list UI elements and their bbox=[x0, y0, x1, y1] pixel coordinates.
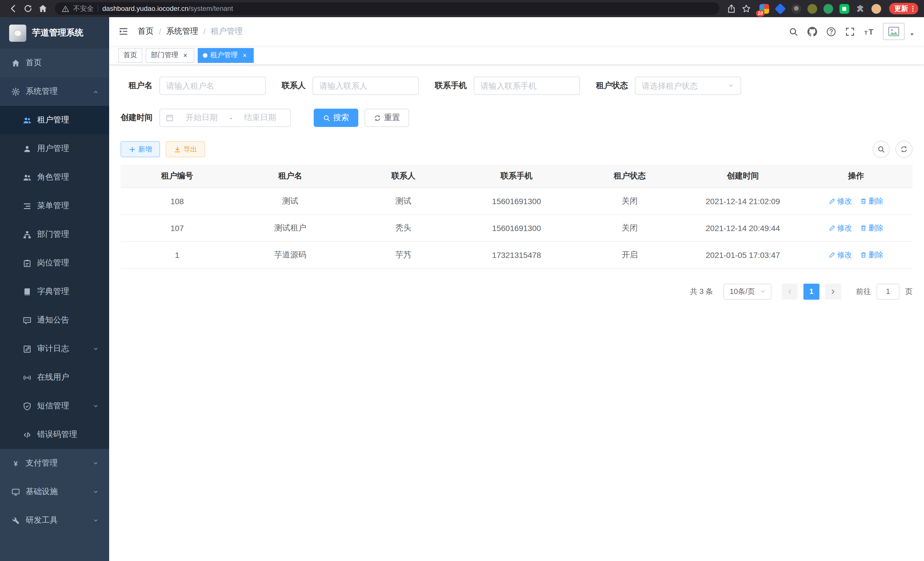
breadcrumb-item[interactable]: 首页 bbox=[138, 26, 154, 37]
page-size-value: 10条/页 bbox=[730, 286, 755, 296]
close-icon[interactable]: × bbox=[241, 51, 249, 59]
github-icon[interactable] bbox=[807, 27, 817, 36]
sidebar-item-label: 字典管理 bbox=[37, 287, 69, 297]
caret-down-icon[interactable] bbox=[909, 32, 915, 37]
cell-created: 2021-01-05 17:03:47 bbox=[686, 241, 800, 268]
sidebar-item-pay[interactable]: ¥支付管理 bbox=[0, 449, 109, 478]
cell-mobile: 15601691300 bbox=[460, 214, 573, 241]
edit-icon bbox=[829, 251, 836, 258]
address-bar[interactable]: 不安全 dashboard.yudao.iocoder.cn/system/te… bbox=[55, 2, 719, 15]
reload-icon[interactable] bbox=[21, 1, 35, 16]
warning-icon bbox=[62, 5, 69, 12]
goto-page-input[interactable] bbox=[877, 283, 899, 299]
back-icon[interactable] bbox=[6, 1, 21, 16]
extension-icon-colorful[interactable]: 10 bbox=[759, 4, 769, 14]
extension-icon-blue[interactable] bbox=[775, 3, 786, 14]
prev-page-button[interactable] bbox=[782, 283, 798, 299]
page-1-button[interactable]: 1 bbox=[803, 283, 819, 299]
search-button[interactable]: 搜索 bbox=[314, 109, 358, 127]
sidebar-item-notice[interactable]: 通知公告 bbox=[0, 306, 109, 335]
hamburger-icon[interactable] bbox=[118, 26, 129, 37]
refresh-table-button[interactable] bbox=[896, 141, 913, 158]
refresh-icon bbox=[374, 114, 381, 122]
sidebar-item-error-code[interactable]: 错误码管理 bbox=[0, 420, 109, 449]
tenant-status-select-field[interactable] bbox=[642, 81, 728, 90]
user-icon bbox=[23, 144, 32, 153]
next-page-button[interactable] bbox=[825, 283, 841, 299]
edit-link[interactable]: 修改 bbox=[829, 250, 852, 260]
tag-item-1[interactable]: 部门管理× bbox=[146, 48, 194, 63]
chevron-down-icon bbox=[93, 517, 99, 523]
breadcrumb-item[interactable]: 系统管理 bbox=[166, 26, 198, 37]
sidebar-item-audit-log[interactable]: 审计日志 bbox=[0, 335, 109, 363]
add-button-label: 新增 bbox=[138, 144, 152, 154]
sidebar-item-label: 首页 bbox=[26, 58, 42, 68]
browser-home-icon[interactable] bbox=[35, 1, 50, 16]
page-size-select[interactable]: 10条/页 bbox=[723, 283, 771, 299]
sidebar-item-menu[interactable]: 菜单管理 bbox=[0, 192, 109, 220]
audit-log-icon bbox=[23, 344, 32, 353]
edit-link[interactable]: 修改 bbox=[829, 223, 852, 233]
extension-icon-dark[interactable] bbox=[791, 4, 801, 14]
sidebar-item-label: 研发工具 bbox=[26, 515, 58, 526]
bookmark-star-icon[interactable] bbox=[739, 1, 754, 16]
tag-item-2[interactable]: 租户管理× bbox=[198, 48, 254, 63]
search-icon[interactable] bbox=[789, 27, 798, 36]
delete-link[interactable]: 删除 bbox=[860, 196, 884, 206]
sidebar-item-online-user[interactable]: 在线用户 bbox=[0, 363, 109, 392]
user-avatar[interactable] bbox=[883, 23, 904, 40]
sidebar-item-dept[interactable]: 部门管理 bbox=[0, 220, 109, 249]
sidebar-item-home[interactable]: 首页 bbox=[0, 49, 109, 77]
role-users-icon bbox=[23, 173, 32, 182]
share-icon[interactable] bbox=[724, 1, 739, 16]
date-separator: - bbox=[230, 113, 232, 122]
breadcrumb-separator: / bbox=[203, 27, 206, 36]
sidebar-item-sms[interactable]: 短信管理 bbox=[0, 392, 109, 420]
sidebar-item-dev-tools[interactable]: 研发工具 bbox=[0, 506, 109, 535]
sidebar-item-dict[interactable]: 字典管理 bbox=[0, 277, 109, 306]
contact-label: 联系人 bbox=[282, 81, 306, 91]
cell-id: 1 bbox=[121, 241, 234, 268]
app-title: 芋道管理系统 bbox=[32, 27, 83, 38]
filter-tenant-name: 租户名 bbox=[121, 77, 266, 95]
sidebar-item-post[interactable]: 岗位管理 bbox=[0, 249, 109, 277]
delete-link[interactable]: 删除 bbox=[860, 250, 884, 260]
cell-actions: 修改删除 bbox=[800, 241, 913, 268]
extension-icon-olive[interactable] bbox=[807, 4, 817, 14]
sidebar-item-infra[interactable]: 基础设施 bbox=[0, 478, 109, 506]
extension-icon-green-square[interactable] bbox=[839, 4, 849, 14]
security-chip[interactable]: 不安全 bbox=[73, 4, 94, 14]
tag-item-0[interactable]: 首页 bbox=[118, 48, 142, 63]
sidebar-item-user[interactable]: 用户管理 bbox=[0, 134, 109, 163]
tenant-name-input-field[interactable] bbox=[166, 81, 259, 90]
breadcrumb-item[interactable]: 租户管理 bbox=[211, 26, 243, 37]
tenant-status-select[interactable] bbox=[635, 77, 741, 95]
update-button[interactable]: 更新 bbox=[889, 3, 918, 14]
sidebar-item-system[interactable]: 系统管理 bbox=[0, 77, 109, 106]
puzzle-extension-icon[interactable] bbox=[855, 4, 865, 14]
menu-kebab-icon[interactable] bbox=[909, 5, 916, 12]
font-size-icon[interactable]: TT bbox=[864, 27, 874, 36]
toggle-search-button[interactable] bbox=[873, 141, 890, 158]
reset-button[interactable]: 重置 bbox=[364, 109, 409, 127]
mobile-input-field[interactable] bbox=[481, 81, 573, 90]
help-icon[interactable] bbox=[826, 27, 836, 36]
home-icon bbox=[11, 59, 20, 67]
create-time-range-picker[interactable]: 开始日期 - 结束日期 bbox=[159, 109, 291, 127]
cell-contact: 秃头 bbox=[347, 214, 460, 241]
sidebar-item-role[interactable]: 角色管理 bbox=[0, 163, 109, 192]
fullscreen-icon[interactable] bbox=[845, 27, 855, 36]
close-icon[interactable]: × bbox=[181, 51, 189, 59]
export-button[interactable]: 导出 bbox=[166, 141, 205, 157]
extension-icon-green-circle[interactable] bbox=[824, 4, 833, 14]
filter-contact: 联系人 bbox=[282, 77, 419, 95]
add-button[interactable]: 新增 bbox=[121, 141, 160, 157]
contact-input-field[interactable] bbox=[320, 81, 412, 90]
tenant-name-input[interactable] bbox=[159, 77, 266, 95]
mobile-input[interactable] bbox=[474, 77, 580, 95]
contact-input[interactable] bbox=[313, 77, 419, 95]
edit-link[interactable]: 修改 bbox=[829, 196, 852, 206]
sidebar-item-tenant[interactable]: 租户管理 bbox=[0, 106, 109, 134]
profile-avatar-icon[interactable] bbox=[872, 4, 881, 14]
delete-link[interactable]: 删除 bbox=[860, 223, 884, 233]
